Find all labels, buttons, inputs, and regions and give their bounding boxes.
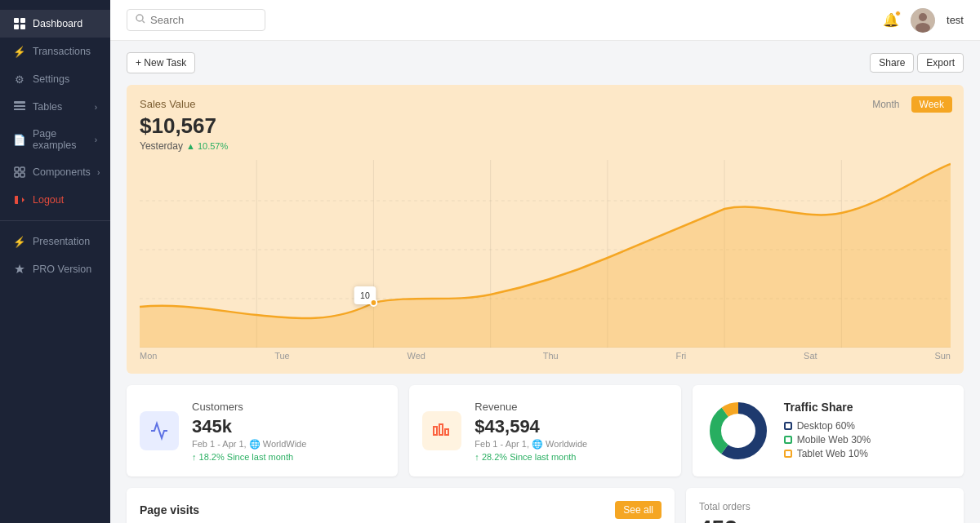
export-button[interactable]: Export	[917, 53, 964, 73]
sidebar-item-logout[interactable]: Logout	[0, 186, 110, 214]
svg-point-11	[136, 15, 143, 21]
toolbar-right: Share Export	[870, 53, 964, 73]
revenue-info: Revenue $43,594 Feb 1 - Apr 1, 🌐 Worldwi…	[474, 401, 667, 462]
traffic-legend-tablet: Tablet Web 10%	[784, 448, 951, 459]
x-label-tue: Tue	[274, 351, 290, 361]
pv-header: Page visits See all	[140, 501, 662, 519]
sidebar: Dashboard ⚡ Transactions ⚙ Settings Tabl…	[0, 0, 110, 523]
donut-svg	[706, 398, 771, 463]
mobile-dot	[784, 436, 792, 444]
notification-bell[interactable]: 🔔	[883, 12, 899, 28]
revenue-sub: Feb 1 - Apr 1, 🌐 Worldwide	[474, 439, 667, 450]
avatar[interactable]	[911, 8, 935, 33]
username-label: test	[947, 14, 964, 26]
svg-rect-10	[20, 173, 24, 177]
sales-chart-card: Sales Value $10,567 Yesterday ▲ 10.57% M…	[127, 85, 964, 374]
traffic-info: Traffic Share Desktop 60% Mobile Web 30%…	[784, 401, 951, 462]
x-label-thu: Thu	[543, 351, 559, 361]
customers-label: Customers	[192, 401, 385, 413]
bolt-icon: ⚡	[13, 45, 26, 58]
svg-rect-0	[14, 18, 19, 23]
svg-rect-3	[20, 24, 25, 29]
content-area: + New Task Share Export Sales Value $10,…	[110, 41, 980, 523]
search-icon	[136, 14, 145, 26]
x-label-sun: Sun	[934, 351, 951, 361]
header: 🔔 test	[110, 0, 980, 41]
bottom-row: Page visits See all Page name Page Views…	[127, 488, 964, 523]
month-button[interactable]: Month	[864, 96, 907, 113]
x-label-wed: Wed	[408, 351, 425, 361]
logout-icon	[13, 193, 26, 206]
chevron-right-icon3: ›	[97, 168, 100, 177]
period-toggle: Month Week	[864, 96, 952, 113]
revenue-icon-wrap	[422, 411, 461, 450]
revenue-label: Revenue	[474, 401, 667, 413]
chart-x-labels: Mon Tue Wed Thu Fri Sat Sun	[140, 348, 951, 361]
sidebar-item-components[interactable]: Components ›	[0, 158, 110, 186]
svg-rect-5	[14, 105, 25, 107]
traffic-title: Traffic Share	[784, 401, 951, 414]
traffic-legend-mobile: Mobile Web 30%	[784, 434, 951, 445]
svg-rect-9	[15, 173, 19, 177]
sales-value: $10,567	[140, 113, 951, 139]
total-orders-card: Total orders 452 ↑ 18.2% July August	[686, 488, 964, 523]
chart-bar-icon	[149, 421, 169, 441]
component-icon	[13, 166, 26, 179]
customers-card: Customers 345k Feb 1 - Apr 1, 🌐 WorldWid…	[127, 385, 398, 476]
sidebar-item-pro[interactable]: PRO Version	[0, 255, 110, 283]
new-task-button[interactable]: + New Task	[127, 52, 195, 73]
page-visits-card: Page visits See all Page name Page Views…	[127, 488, 675, 523]
svg-rect-7	[15, 167, 19, 171]
pv-title: Page visits	[140, 503, 199, 516]
header-right: 🔔 test	[883, 8, 964, 33]
pro-icon	[13, 263, 26, 276]
chevron-right-icon: ›	[95, 103, 97, 112]
toolbar: + New Task Share Export	[127, 52, 964, 73]
table-icon	[13, 100, 26, 113]
chart-area: 10	[140, 160, 951, 348]
sidebar-item-page-examples[interactable]: 📄 Page examples ›	[0, 121, 110, 158]
share-button[interactable]: Share	[870, 53, 914, 73]
week-button[interactable]: Week	[911, 96, 952, 113]
sidebar-item-transactions[interactable]: ⚡ Transactions	[0, 38, 110, 65]
sidebar-item-settings[interactable]: ⚙ Settings	[0, 65, 110, 93]
svg-text:10: 10	[360, 290, 370, 300]
sales-title: Sales Value	[140, 98, 951, 110]
svg-rect-6	[14, 109, 25, 110]
svg-rect-8	[20, 167, 24, 171]
main-content: 🔔 test + New Task Share Export Sales Val…	[110, 0, 980, 523]
x-label-fri: Fri	[675, 351, 686, 361]
svg-line-12	[143, 21, 145, 24]
svg-rect-2	[14, 24, 19, 29]
search-input[interactable]	[150, 14, 248, 26]
orders-value: 452	[699, 516, 951, 523]
customers-value: 345k	[192, 416, 385, 437]
grid-icon	[13, 17, 26, 30]
x-label-sat: Sat	[804, 351, 817, 361]
svg-point-14	[919, 13, 927, 21]
customers-sub: Feb 1 - Apr 1, 🌐 WorldWide	[192, 439, 385, 450]
customers-icon-wrap	[140, 411, 179, 450]
stats-row: Customers 345k Feb 1 - Apr 1, 🌐 WorldWid…	[127, 385, 964, 476]
notification-dot	[895, 11, 901, 16]
sidebar-item-tables[interactable]: Tables ›	[0, 93, 110, 121]
see-all-button[interactable]: See all	[615, 501, 662, 519]
traffic-card: Traffic Share Desktop 60% Mobile Web 30%…	[693, 385, 964, 476]
search-box[interactable]	[127, 9, 265, 31]
lightning-icon: ⚡	[13, 235, 26, 248]
page-icon: 📄	[13, 133, 26, 146]
sidebar-item-presentation[interactable]: ⚡ Presentation	[0, 228, 110, 255]
change-pct: ▲ 10.57%	[186, 141, 228, 151]
sidebar-item-dashboard[interactable]: Dashboard	[0, 10, 110, 38]
donut-chart	[706, 398, 771, 463]
svg-rect-31	[445, 429, 448, 435]
sales-chart-svg: 10	[140, 160, 951, 348]
desktop-dot	[784, 422, 792, 430]
tablet-dot	[784, 450, 792, 458]
customers-change: ↑ 18.2% Since last month	[192, 452, 385, 462]
period-label: Yesterday	[140, 140, 183, 152]
svg-point-28	[371, 299, 377, 306]
revenue-value: $43,594	[474, 416, 667, 437]
svg-rect-4	[14, 101, 25, 104]
revenue-card: Revenue $43,594 Feb 1 - Apr 1, 🌐 Worldwi…	[409, 385, 680, 476]
